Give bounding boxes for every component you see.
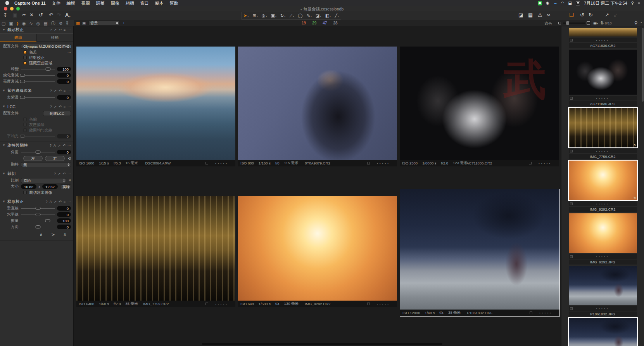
exposure-warning-toggle[interactable]: ◪ xyxy=(518,12,523,18)
color-tag-checkbox[interactable] xyxy=(205,303,208,305)
horizontal-scrollbar[interactable] xyxy=(202,343,442,345)
import-button[interactable]: ↧ xyxy=(3,12,7,18)
flip-dropdown[interactable]: 無 xyxy=(21,162,71,167)
more-icon[interactable]: ⋯ xyxy=(67,28,71,32)
thumb-night-temple[interactable] xyxy=(569,266,637,305)
tab-color[interactable]: ◉ xyxy=(22,21,26,26)
tab-lens-lens[interactable]: 鏡頭 xyxy=(0,34,37,42)
single-view-toggle[interactable]: ▣ xyxy=(82,21,86,26)
browser-toggle[interactable]: ❒ xyxy=(569,12,574,18)
expand-icon[interactable]: ↗ xyxy=(54,105,57,109)
gradient-mask-tool[interactable]: ◧▾ xyxy=(325,13,331,18)
presets-icon[interactable]: ≡ xyxy=(64,200,66,204)
filmstrip-cell[interactable]: ••••• AC711836.CR2 xyxy=(568,26,638,48)
expand-icon[interactable]: ↗ xyxy=(54,89,57,93)
color-tag-checkbox[interactable] xyxy=(367,162,370,164)
pan-tool[interactable]: ⊞▾ xyxy=(252,13,257,18)
defringe-slider[interactable] xyxy=(21,95,55,100)
line-app-icon[interactable] xyxy=(538,1,542,5)
reset-adjustments-button[interactable]: ↺ xyxy=(39,12,43,18)
angle-value[interactable]: 0 xyxy=(57,150,71,154)
crop-ratio-dropdown[interactable]: 原始 xyxy=(21,178,66,183)
rotate-left-button[interactable]: ↺ xyxy=(580,12,584,18)
color-tag-checkbox[interactable] xyxy=(570,307,573,310)
proof-profile-toggle[interactable]: ∞ xyxy=(547,12,550,18)
star-rating[interactable]: ••••• xyxy=(596,202,609,206)
spotlight-search-icon[interactable]: ⚲ xyxy=(631,0,634,6)
photo-studio-portrait[interactable] xyxy=(238,47,397,160)
star-rating[interactable]: ••••• xyxy=(539,311,552,315)
crop-width-field[interactable]: 16.82 xyxy=(21,184,36,189)
tab-lens-movement[interactable]: 移動 xyxy=(37,34,74,42)
color-tag-checkbox[interactable] xyxy=(570,97,573,100)
keystone-horizontal-slider[interactable] xyxy=(21,212,55,217)
color-tag-checkbox[interactable] xyxy=(570,150,573,152)
menu-file[interactable]: 文件 xyxy=(52,0,60,6)
uniform-light-slider[interactable] xyxy=(21,134,55,138)
auto-icon[interactable]: A xyxy=(50,200,52,204)
reset-icon[interactable]: ↶ xyxy=(59,89,62,93)
collapse-icon[interactable]: ▼ xyxy=(2,200,5,203)
color-tag-checkbox[interactable] xyxy=(367,303,370,305)
help-icon[interactable]: ? xyxy=(46,200,48,204)
help-icon[interactable]: ? xyxy=(50,144,52,147)
add-set-button[interactable]: + xyxy=(123,21,125,25)
browser-user-icon[interactable]: ◔ xyxy=(640,21,642,25)
filmstrip-cell-selected[interactable]: ↻ ••••• IMG_9292.CR2 xyxy=(568,159,638,212)
menu-adjust[interactable]: 調整 xyxy=(96,0,105,6)
rotate-tool[interactable]: ↻▾ xyxy=(280,13,285,18)
apple-menu-icon[interactable] xyxy=(5,1,9,5)
color-tag-checkbox[interactable] xyxy=(570,39,573,42)
help-icon[interactable]: ? xyxy=(50,28,52,32)
reset-icon[interactable]: ↶ xyxy=(62,172,66,176)
star-rating[interactable]: ••••• xyxy=(215,161,228,165)
star-rating[interactable]: ••••• xyxy=(596,38,609,42)
defringe-value[interactable]: 0 xyxy=(57,95,71,100)
keystone-vertical-slider[interactable] xyxy=(21,206,55,211)
filmstrip-cell[interactable]: ••••• IMG_9292.JPG xyxy=(568,212,638,265)
wifi-icon[interactable]: ◠ xyxy=(561,0,565,6)
star-rating[interactable]: ••••• xyxy=(377,161,390,165)
menu-script[interactable]: 腳本 xyxy=(155,0,164,6)
distortion-slider[interactable] xyxy=(21,67,55,71)
import-back-button[interactable]: ↙ xyxy=(613,12,618,18)
color-tag-checkbox[interactable] xyxy=(570,255,573,258)
lens-profile-dropdown[interactable]: Olympus M.ZUIKO DIGITAL ED 12-1... xyxy=(21,44,71,49)
angle-slider[interactable] xyxy=(21,150,55,154)
keystone-full-icon[interactable]: # xyxy=(64,232,66,237)
auto-icon[interactable]: A xyxy=(54,144,56,147)
sharpness-falloff-value[interactable]: 0 xyxy=(57,73,71,78)
reset-icon[interactable]: ↶ xyxy=(59,200,62,204)
color-tag-checkbox[interactable] xyxy=(530,311,532,314)
color-cast-checkbox[interactable] xyxy=(23,118,27,121)
tab-details[interactable]: ◎ xyxy=(36,21,40,26)
grid-cell[interactable]: ISO 64001/60 sf/2.885 毫米 IMG_7759.CR2 ••… xyxy=(76,196,235,307)
reset-icon[interactable]: ↶ xyxy=(59,28,62,32)
input-method-icon[interactable] xyxy=(576,1,580,5)
erase-mask-tool[interactable]: ◪▾ xyxy=(316,13,321,18)
collapse-icon[interactable]: ▼ xyxy=(2,172,5,175)
tab-metadata[interactable]: ▤ xyxy=(43,21,47,26)
menu-image[interactable]: 圖像 xyxy=(111,0,119,6)
grid-cell[interactable]: ISO 6401/500 sf/4130 毫米 IMG_9292.CR2 •••… xyxy=(238,196,397,307)
rotate-right-90-button[interactable]: 右 xyxy=(45,156,64,161)
more-icon[interactable]: ⋯ xyxy=(67,200,71,204)
cloud-status-icon[interactable]: ☁ xyxy=(553,0,557,6)
tab-settings[interactable]: ⚙ xyxy=(59,21,63,26)
browser-sort-icon[interactable]: ⇅ xyxy=(600,21,604,26)
browser-scrollbar[interactable] xyxy=(642,28,644,102)
crop-tool[interactable]: ▣▾ xyxy=(271,13,276,18)
undo-button[interactable]: ↶ xyxy=(49,12,53,18)
app-menu-title[interactable]: Capture One 11 xyxy=(14,1,46,5)
thumb-zoom-slider[interactable] xyxy=(563,22,585,24)
collapse-icon[interactable]: ▼ xyxy=(2,28,5,31)
photo-sunset-dancer[interactable] xyxy=(238,196,397,301)
filmstrip-cell-selected[interactable]: ↻ ••••• P1061832.ORF xyxy=(568,317,638,346)
star-rating[interactable]: ••••• xyxy=(377,302,390,306)
keystone-vertical-icon[interactable]: ∧ xyxy=(39,232,43,237)
expand-icon[interactable]: ↗ xyxy=(54,28,57,32)
keystone-direction-value[interactable]: 0 xyxy=(57,225,71,229)
draw-mask-tool[interactable]: ✎▾ xyxy=(307,13,312,18)
thumb-sunset-dancer[interactable]: ↻ xyxy=(569,161,637,200)
keystone-horizontal-value[interactable]: 0 xyxy=(57,212,71,217)
